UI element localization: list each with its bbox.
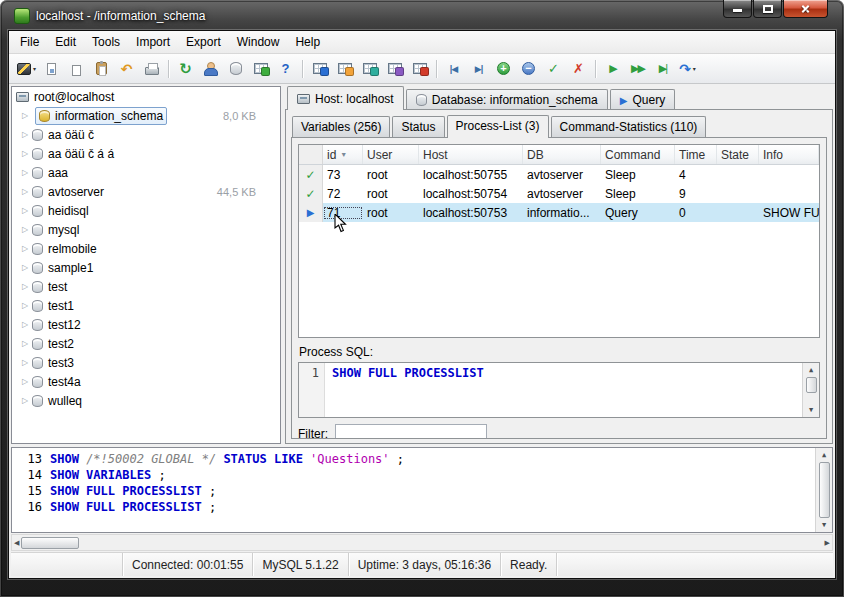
tree-item[interactable]: ▷ test2: [12, 334, 280, 353]
tree-expander-icon[interactable]: ▷: [18, 282, 32, 291]
sql-log[interactable]: 13SHOW /*!50002 GLOBAL */ STATUS LIKE 'Q…: [11, 447, 833, 533]
tab-database[interactable]: Database: information_schema: [406, 89, 608, 110]
tab-variables[interactable]: Variables (256): [292, 116, 390, 137]
tree-item[interactable]: ▷ test4a: [12, 372, 280, 391]
table-row-selected[interactable]: ▶ 71 root localhost:50753 informatio... …: [299, 203, 819, 222]
first-record-icon[interactable]: |◀: [442, 57, 465, 80]
insert-record-icon[interactable]: +: [492, 57, 515, 80]
create-table-icon[interactable]: [249, 57, 272, 80]
tree-expander-icon[interactable]: ▷: [18, 187, 32, 196]
tree-expander-icon[interactable]: ▷: [18, 130, 32, 139]
scroll-up-icon[interactable]: ▲: [809, 365, 813, 375]
create-database-icon[interactable]: [224, 57, 247, 80]
filter-input[interactable]: [335, 424, 487, 439]
horizontal-scrollbar[interactable]: ◀ ▶: [11, 534, 833, 551]
menu-tools[interactable]: Tools: [84, 31, 128, 53]
next-result-icon[interactable]: ↷▾: [676, 57, 699, 80]
menu-export[interactable]: Export: [178, 31, 229, 53]
tree-item[interactable]: ▷ test: [12, 277, 280, 296]
column-header-id[interactable]: id▼: [323, 145, 363, 164]
tree-item[interactable]: ▷ wulleq: [12, 391, 280, 410]
tree-expander-icon[interactable]: ▷: [18, 301, 32, 310]
editor-scrollbar[interactable]: ▲ ▼: [802, 363, 819, 417]
tree-item[interactable]: ▷ aa öäü č: [12, 125, 280, 144]
last-record-icon[interactable]: ▶|: [467, 57, 490, 80]
column-header-command[interactable]: Command: [601, 145, 675, 164]
session-manager-icon[interactable]: ▾: [15, 57, 38, 80]
edit-grid-icon[interactable]: [408, 57, 431, 80]
tab-process-list[interactable]: Process-List (3): [447, 115, 549, 138]
paste-icon[interactable]: [90, 57, 113, 80]
print-icon[interactable]: [140, 57, 163, 80]
scroll-left-icon[interactable]: ◀: [14, 538, 19, 548]
tree-item[interactable]: ▷ aa öäü č á á: [12, 144, 280, 163]
column-header-time[interactable]: Time: [675, 145, 717, 164]
tree-expander-icon[interactable]: ▷: [18, 168, 32, 177]
copy-icon[interactable]: [65, 57, 88, 80]
tree-item[interactable]: ▷ relmobile: [12, 239, 280, 258]
new-window-icon[interactable]: [40, 57, 63, 80]
tree-expander-icon[interactable]: ▷: [18, 206, 32, 215]
tree-expander-icon[interactable]: ▷: [18, 339, 32, 348]
execute-selection-icon[interactable]: ▶▶: [626, 57, 649, 80]
scrollbar-thumb[interactable]: [806, 377, 817, 393]
tree-expander-icon[interactable]: ▷: [18, 358, 32, 367]
tree-item[interactable]: ▷ sample1: [12, 258, 280, 277]
maximize-button[interactable]: [753, 0, 782, 18]
column-header-host[interactable]: Host: [419, 145, 523, 164]
tab-status[interactable]: Status: [392, 116, 444, 137]
tree-item[interactable]: ▷ test1: [12, 296, 280, 315]
menu-help[interactable]: Help: [287, 31, 328, 53]
user-manager-icon[interactable]: [199, 57, 222, 80]
scrollbar-thumb[interactable]: [819, 462, 830, 518]
title-bar[interactable]: localhost - /information_schema: [8, 0, 836, 30]
tab-query[interactable]: ▶ Query: [610, 89, 675, 110]
scroll-down-icon[interactable]: ▼: [822, 520, 826, 530]
tree-expander-icon[interactable]: ▷: [18, 263, 32, 272]
column-header-db[interactable]: DB: [523, 145, 601, 164]
undo-icon[interactable]: ↶: [115, 57, 138, 80]
help-icon[interactable]: ?: [274, 57, 297, 80]
log-scrollbar[interactable]: ▲ ▼: [815, 448, 832, 532]
tree-item-information-schema[interactable]: ▷ information_schema 8,0 KB: [12, 106, 280, 125]
table-row[interactable]: ✓ 72 root localhost:50754 avtoserver Sle…: [299, 184, 819, 203]
insert-file-icon[interactable]: [383, 57, 406, 80]
tree-expander-icon[interactable]: ▷: [18, 111, 32, 120]
tree-item[interactable]: ▷ aaa: [12, 163, 280, 182]
tree-item[interactable]: ▷ mysql: [12, 220, 280, 239]
export-grid-icon[interactable]: [333, 57, 356, 80]
tree-expander-icon[interactable]: ▷: [18, 320, 32, 329]
view-data-icon[interactable]: [308, 57, 331, 80]
execute-query-icon[interactable]: ▶: [601, 57, 624, 80]
tree-item[interactable]: ▷ test12: [12, 315, 280, 334]
menu-file[interactable]: File: [12, 31, 47, 53]
menu-import[interactable]: Import: [128, 31, 178, 53]
tab-command-statistics[interactable]: Command-Statistics (110): [551, 116, 707, 137]
tree-expander-icon[interactable]: ▷: [18, 244, 32, 253]
scroll-down-icon[interactable]: ▼: [809, 405, 813, 415]
tree-expander-icon[interactable]: ▷: [18, 149, 32, 158]
tree-expander-icon[interactable]: ▷: [18, 225, 32, 234]
tree-expander-icon[interactable]: ▷: [18, 377, 32, 386]
refresh-icon[interactable]: ↻: [174, 57, 197, 80]
column-header-user[interactable]: User: [363, 145, 419, 164]
close-button[interactable]: [783, 0, 828, 18]
scrollbar-thumb[interactable]: [21, 537, 79, 549]
tab-host[interactable]: Host: localhost: [287, 86, 404, 110]
table-row[interactable]: ✓ 73 root localhost:50755 avtoserver Sle…: [299, 165, 819, 184]
scroll-up-icon[interactable]: ▲: [822, 450, 826, 460]
scroll-right-icon[interactable]: ▶: [825, 538, 830, 548]
tree-item[interactable]: ▷ heidisql: [12, 201, 280, 220]
process-sql-editor[interactable]: 1 SHOW FULL PROCESSLIST ▲ ▼: [298, 362, 820, 418]
tree-item[interactable]: ▷ test3: [12, 353, 280, 372]
post-edit-icon[interactable]: ✓: [542, 57, 565, 80]
column-header-state[interactable]: State: [717, 145, 759, 164]
database-tree[interactable]: root@localhost ▷ information_schema 8,0 …: [11, 86, 281, 444]
tree-root[interactable]: root@localhost: [12, 87, 280, 106]
execute-line-icon[interactable]: ▶|: [651, 57, 674, 80]
minimize-button[interactable]: [723, 0, 752, 18]
menu-window[interactable]: Window: [229, 31, 288, 53]
delete-record-icon[interactable]: −: [517, 57, 540, 80]
tree-expander-icon[interactable]: ▷: [18, 396, 32, 405]
tree-item-avtoserver[interactable]: ▷ avtoserver 44,5 KB: [12, 182, 280, 201]
